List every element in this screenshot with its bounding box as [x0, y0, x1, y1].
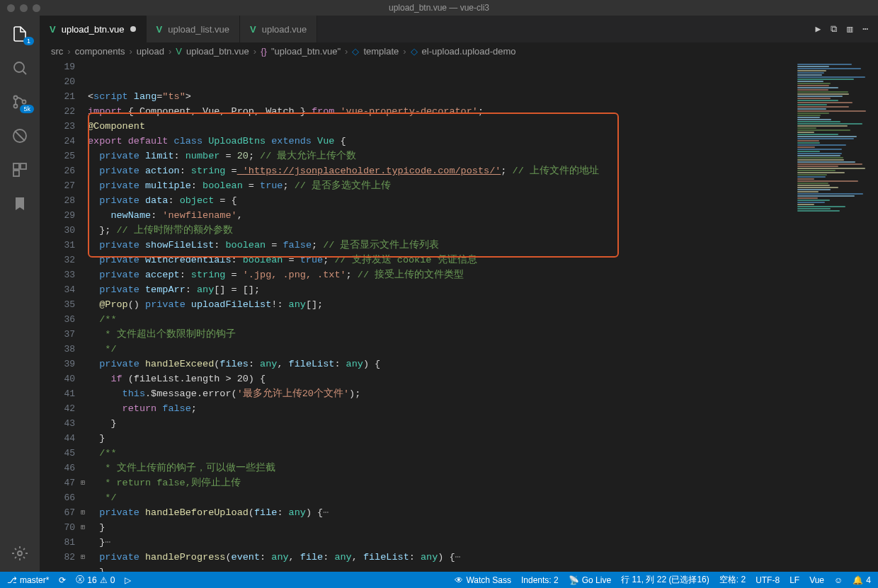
extensions-icon[interactable]: [10, 160, 30, 180]
crumb-symbol[interactable]: "upload_btn.vue": [271, 46, 341, 57]
crumb-file[interactable]: upload_btn.vue: [186, 46, 249, 57]
tab-label: upload.vue: [262, 24, 307, 35]
notifications-icon[interactable]: 🔔 4: [853, 575, 871, 585]
go-live[interactable]: 📡 Go Live: [569, 575, 611, 585]
fold-icon[interactable]: ⊞: [81, 550, 85, 565]
svg-point-2: [14, 105, 18, 108]
tab-label: upload_list.vue: [168, 24, 229, 35]
breadcrumbs[interactable]: src› components› upload› V upload_btn.vu…: [40, 42, 878, 59]
more-icon[interactable]: ⋯: [862, 23, 868, 35]
element-icon: ◇: [411, 46, 418, 57]
tab-upload-list[interactable]: V upload_list.vue: [147, 16, 240, 42]
window-title: upload_btn.vue — vue-cli3: [0, 3, 878, 13]
titlebar: upload_btn.vue — vue-cli3: [0, 0, 878, 16]
svg-point-1: [14, 96, 18, 100]
line-numbers: 1920212223242526272829303132333435363738…: [40, 59, 88, 572]
explorer-icon[interactable]: 1: [10, 24, 30, 44]
tab-upload[interactable]: V upload.vue: [240, 16, 317, 42]
tab-label: upload_btn.vue: [62, 24, 125, 35]
bookmark-icon[interactable]: [10, 194, 30, 214]
crumb[interactable]: components: [75, 46, 125, 57]
editor-tabs: V upload_btn.vue V upload_list.vue V upl…: [40, 16, 878, 42]
run-icon[interactable]: ▶: [816, 23, 821, 35]
vue-icon: V: [50, 24, 56, 35]
explorer-badge: 1: [23, 37, 34, 45]
svg-point-3: [23, 100, 26, 104]
element-icon: ◇: [352, 46, 359, 57]
settings-icon[interactable]: [10, 543, 30, 563]
source-control-icon[interactable]: 5k: [10, 92, 30, 112]
debug-icon[interactable]: [10, 126, 30, 146]
cursor-position[interactable]: 行 11, 列 22 (已选择16): [621, 574, 709, 586]
statusbar: ⎇ master* ⟳ ⓧ 16 ⚠ 0 ▷ 👁 Watch Sass Inde…: [0, 572, 878, 588]
minimap[interactable]: // placeholder decorative minimap lines …: [793, 59, 878, 572]
indents[interactable]: Indents: 2: [521, 575, 559, 585]
svg-rect-6: [21, 163, 26, 169]
scm-badge: 5k: [20, 105, 34, 113]
window-controls[interactable]: [0, 4, 40, 12]
activity-bar: 1 5k: [0, 16, 40, 572]
crumb-symbol[interactable]: template: [363, 46, 399, 57]
fold-icon[interactable]: ⊞: [81, 475, 85, 490]
dirty-indicator: [130, 26, 136, 32]
language-mode[interactable]: Vue: [809, 575, 824, 585]
vue-icon: V: [156, 24, 163, 35]
tab-upload-btn[interactable]: V upload_btn.vue: [40, 16, 147, 42]
code-editor[interactable]: 1920212223242526272829303132333435363738…: [40, 59, 878, 572]
brace-icon: {}: [261, 46, 267, 57]
fold-icon[interactable]: ⊞: [81, 505, 85, 520]
svg-rect-7: [13, 171, 19, 176]
sync-icon[interactable]: ⟳: [59, 575, 66, 585]
problems-indicator[interactable]: ⓧ 16 ⚠ 0: [76, 574, 115, 586]
maximize-window[interactable]: [33, 4, 40, 12]
branch-indicator[interactable]: ⎇ master*: [7, 575, 49, 585]
crumb[interactable]: upload: [137, 46, 164, 57]
svg-point-0: [14, 62, 24, 72]
crumb-symbol[interactable]: el-upload.upload-demo: [422, 46, 516, 57]
spaces[interactable]: 空格: 2: [719, 574, 746, 586]
feedback-icon[interactable]: ☺: [834, 575, 843, 585]
eol[interactable]: LF: [789, 575, 799, 585]
svg-point-8: [18, 551, 22, 555]
search-icon[interactable]: [10, 58, 30, 78]
debug-indicator[interactable]: ▷: [125, 575, 131, 585]
watch-sass[interactable]: 👁 Watch Sass: [455, 575, 511, 585]
minimize-window[interactable]: [20, 4, 28, 12]
fold-icon[interactable]: ⊞: [81, 520, 85, 535]
encoding[interactable]: UTF-8: [756, 575, 780, 585]
crumb[interactable]: src: [51, 46, 63, 57]
split-icon[interactable]: ⧉: [831, 24, 837, 35]
svg-rect-5: [13, 163, 19, 169]
layout-icon[interactable]: ▥: [847, 23, 853, 35]
vue-icon: V: [176, 46, 182, 57]
close-window[interactable]: [7, 4, 15, 12]
vue-icon: V: [250, 24, 256, 35]
code-content[interactable]: <script lang="ts"> import { Component, V…: [88, 59, 793, 572]
